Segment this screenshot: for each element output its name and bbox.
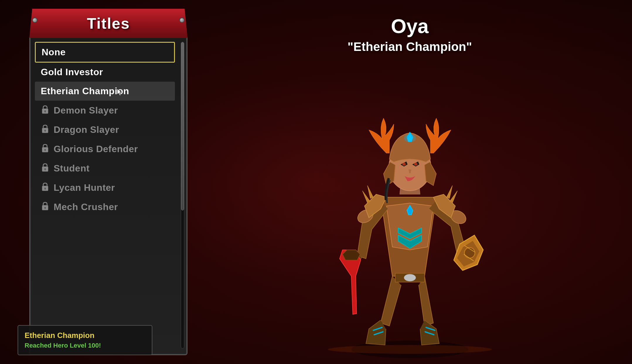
character-name: Oya [391, 15, 429, 37]
character-title: "Etherian Champion" [347, 40, 472, 54]
svg-rect-8 [45, 150, 46, 151]
svg-rect-17 [45, 208, 46, 209]
list-item-label: Etherian Champion [41, 86, 129, 97]
list-item-none[interactable]: None [35, 42, 175, 63]
svg-rect-2 [45, 111, 46, 113]
lock-icon [41, 201, 50, 212]
titles-panel: Titles NoneGold InvestorEtherian Champio… [18, 9, 199, 355]
lock-icon [41, 105, 50, 116]
list-item-label: Student [54, 163, 90, 174]
list-item-label: Gold Investor [41, 67, 103, 78]
info-box: Etherian Champion Reached Hero Level 100… [18, 325, 152, 355]
list-item-etherian-champion[interactable]: Etherian Champion [35, 82, 175, 101]
list-item-demon-slayer[interactable]: Demon Slayer [35, 101, 175, 120]
svg-point-26 [414, 163, 418, 166]
panel-body: NoneGold InvestorEtherian Champion Demon… [29, 35, 188, 355]
lock-icon [41, 143, 50, 154]
list-item-glorious-defender[interactable]: Glorious Defender [35, 139, 175, 159]
lock-icon [41, 124, 50, 135]
svg-point-20 [404, 274, 416, 281]
list-item-label: Lycan Hunter [54, 182, 115, 193]
lock-icon [41, 163, 50, 174]
list-item-gold-investor[interactable]: Gold Investor [35, 63, 175, 82]
rivet-top-right [179, 18, 185, 23]
panel-title: Titles [87, 15, 130, 32]
list-item-label: Glorious Defender [54, 144, 138, 154]
list-item-student[interactable]: Student [35, 159, 175, 178]
svg-point-27 [404, 134, 416, 142]
scrollbar-track[interactable] [181, 42, 184, 348]
list-item-label: Demon Slayer [54, 105, 118, 116]
list-item-label: Dragon Slayer [54, 124, 119, 135]
info-box-title: Etherian Champion [25, 331, 145, 340]
svg-point-19 [328, 345, 492, 354]
list-item-label: Mech Crusher [54, 202, 118, 212]
list-item-mech-crusher[interactable]: Mech Crusher [35, 197, 175, 217]
scrollbar-thumb[interactable] [181, 42, 184, 210]
rivet-top-left [32, 18, 38, 23]
list-item-dragon-slayer[interactable]: Dragon Slayer [35, 120, 175, 139]
character-area: Oya "Etherian Champion" [188, 0, 632, 364]
info-box-description: Reached Hero Level 100! [25, 342, 145, 349]
list-item-lycan-hunter[interactable]: Lycan Hunter [35, 178, 175, 197]
svg-rect-14 [45, 188, 46, 190]
svg-point-25 [402, 163, 406, 166]
svg-rect-5 [45, 131, 46, 132]
character-figure [310, 95, 510, 358]
svg-rect-11 [45, 169, 46, 171]
list-item-label: None [42, 47, 66, 58]
titles-list: NoneGold InvestorEtherian Champion Demon… [35, 42, 182, 217]
lock-icon [41, 182, 50, 193]
panel-header: Titles [29, 9, 188, 38]
